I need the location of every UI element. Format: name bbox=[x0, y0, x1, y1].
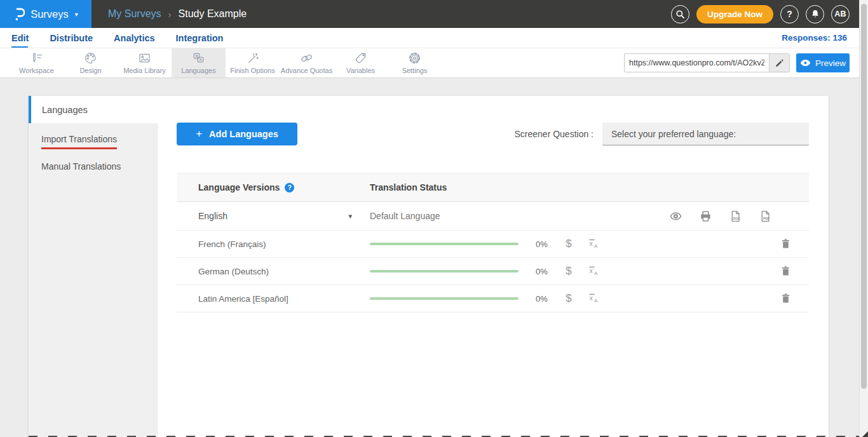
toolbar-item-media-library[interactable]: Media Library bbox=[118, 48, 172, 77]
languages-translate-icon: A bbox=[192, 51, 205, 65]
avatar[interactable]: AB bbox=[831, 5, 850, 24]
export-doc-icon[interactable]: DOC bbox=[728, 209, 742, 223]
edit-url-button[interactable] bbox=[769, 53, 790, 72]
breadcrumb-separator-icon: › bbox=[168, 9, 172, 20]
auto-translate-icon[interactable]: xA bbox=[587, 237, 601, 251]
toolbar-item-advance-quotas[interactable]: Advance Quotas bbox=[280, 48, 334, 77]
notifications-button[interactable] bbox=[806, 5, 824, 24]
tab-edit[interactable]: Edit bbox=[11, 33, 29, 43]
breadcrumb: My Surveys › Study Example bbox=[108, 8, 247, 20]
toolbar-label: Design bbox=[79, 67, 101, 74]
progress-bar bbox=[370, 297, 519, 300]
questionpro-logo-icon bbox=[13, 6, 25, 22]
delete-trash-icon[interactable] bbox=[780, 265, 792, 278]
top-bar: Surveys ▾ My Surveys › Study Example Upg… bbox=[0, 0, 859, 28]
screener-question-select[interactable]: Select your preferred language: bbox=[602, 123, 809, 145]
eye-icon bbox=[800, 59, 811, 67]
sidebar-item-label: Manual Translations bbox=[41, 161, 121, 171]
header-language-versions: Language Versions ? bbox=[177, 182, 370, 192]
language-versions-table: Language Versions ? Translation Status E… bbox=[177, 173, 809, 313]
breadcrumb-my-surveys[interactable]: My Surveys bbox=[108, 8, 161, 20]
surveys-menu[interactable]: Surveys ▾ bbox=[0, 0, 92, 28]
progress-percent: 0% bbox=[536, 239, 552, 249]
view-eye-icon[interactable] bbox=[668, 209, 682, 223]
language-name: French (Français) bbox=[198, 239, 266, 249]
svg-text:PDF: PDF bbox=[763, 216, 769, 220]
scrollbar-corner bbox=[862, 431, 868, 437]
responses-count[interactable]: Responses: 136 bbox=[782, 33, 847, 43]
search-button[interactable] bbox=[671, 5, 689, 24]
svg-text:A: A bbox=[594, 243, 598, 249]
screener-question-label: Screener Question : bbox=[514, 129, 593, 139]
paid-translation-icon[interactable]: $ bbox=[562, 238, 575, 250]
workspace-icon bbox=[30, 51, 43, 65]
toolbar-item-languages[interactable]: A Languages bbox=[172, 48, 226, 77]
sidebar-item-import-translations[interactable]: Import Translations bbox=[29, 128, 157, 155]
default-language-name: English bbox=[198, 211, 227, 221]
bell-icon bbox=[810, 9, 820, 19]
sidebar-body: Import Translations Manual Translations bbox=[29, 123, 158, 437]
progress-percent: 0% bbox=[536, 267, 552, 276]
language-name-cell: German (Deutsch) bbox=[177, 267, 370, 276]
edit-toolbar: Workspace Design Media Library A Languag… bbox=[0, 48, 859, 78]
progress-percent: 0% bbox=[536, 294, 552, 304]
toolbar-item-design[interactable]: Design bbox=[64, 48, 118, 77]
toolbar-label: Languages bbox=[181, 67, 215, 74]
help-badge-icon[interactable]: ? bbox=[285, 183, 294, 192]
toolbar-label: Variables bbox=[346, 67, 375, 74]
toolbar-label: Settings bbox=[402, 67, 428, 74]
preview-button[interactable]: Preview bbox=[796, 53, 850, 72]
languages-sidebar: Languages Import Translations Manual Tra… bbox=[29, 96, 158, 437]
sidebar-item-label: Import Translations bbox=[41, 134, 117, 149]
svg-text:A: A bbox=[200, 57, 203, 62]
preview-label: Preview bbox=[815, 58, 846, 68]
tab-analytics[interactable]: Analytics bbox=[114, 33, 154, 43]
default-language-status-cell: Default Language DOC bbox=[370, 209, 809, 223]
upgrade-now-button[interactable]: Upgrade Now bbox=[696, 5, 773, 24]
dropdown-caret-icon[interactable]: ▾ bbox=[348, 212, 352, 220]
sidebar-item-manual-translations[interactable]: Manual Translations bbox=[29, 155, 157, 177]
vertical-scrollbar[interactable] bbox=[859, 0, 868, 437]
surveys-label: Surveys bbox=[31, 8, 69, 20]
toolbar-item-workspace[interactable]: Workspace bbox=[10, 48, 64, 77]
toolbar-item-settings[interactable]: Settings bbox=[388, 48, 442, 77]
sidebar-header-languages[interactable]: Languages bbox=[29, 96, 158, 123]
sidebar-header-label: Languages bbox=[42, 105, 88, 115]
tab-integration[interactable]: Integration bbox=[176, 33, 224, 43]
paid-translation-icon[interactable]: $ bbox=[562, 292, 575, 305]
table-header-row: Language Versions ? Translation Status bbox=[177, 173, 809, 202]
add-languages-button[interactable]: + Add Languages bbox=[177, 123, 297, 145]
progress-bar bbox=[370, 270, 519, 272]
chain-link-icon bbox=[300, 51, 313, 65]
pencil-icon bbox=[775, 58, 784, 68]
default-row-actions: DOC PDF bbox=[668, 209, 809, 223]
export-pdf-icon[interactable]: PDF bbox=[758, 209, 772, 223]
section-tabs: Edit Distribute Analytics Integration Re… bbox=[0, 28, 859, 48]
language-name: German (Deutsch) bbox=[198, 267, 269, 276]
tab-distribute[interactable]: Distribute bbox=[50, 33, 93, 43]
delete-trash-icon[interactable] bbox=[780, 238, 792, 250]
screener-question-value: Select your preferred language: bbox=[611, 129, 736, 139]
toolbar-item-finish-options[interactable]: Finish Options bbox=[226, 48, 280, 77]
auto-translate-icon[interactable]: xA bbox=[587, 264, 601, 278]
magic-wand-icon bbox=[246, 51, 259, 65]
language-status-cell: 0% $ xA bbox=[370, 237, 809, 251]
languages-main: + Add Languages Screener Question : Sele… bbox=[158, 96, 829, 437]
survey-url-input[interactable] bbox=[624, 53, 769, 72]
delete-trash-icon[interactable] bbox=[780, 292, 792, 305]
breadcrumb-current: Study Example bbox=[179, 8, 247, 20]
add-languages-label: Add Languages bbox=[209, 129, 278, 139]
topbar-actions: Upgrade Now ? AB bbox=[671, 5, 859, 24]
paid-translation-icon[interactable]: $ bbox=[562, 265, 575, 278]
progress-bar bbox=[370, 243, 519, 245]
toolbar-label: Workspace bbox=[19, 67, 54, 74]
scrollbar-thumb[interactable] bbox=[861, 4, 867, 389]
print-icon[interactable] bbox=[698, 209, 712, 223]
help-button[interactable]: ? bbox=[780, 5, 799, 24]
toolbar-item-variables[interactable]: Variables bbox=[334, 48, 388, 77]
table-row-german: German (Deutsch) 0% $ xA bbox=[177, 258, 809, 285]
chevron-down-icon: ▾ bbox=[75, 11, 78, 18]
header-translation-status: Translation Status bbox=[370, 182, 809, 192]
default-language-cell[interactable]: English ▾ bbox=[177, 211, 370, 221]
auto-translate-icon[interactable]: xA bbox=[587, 292, 601, 306]
